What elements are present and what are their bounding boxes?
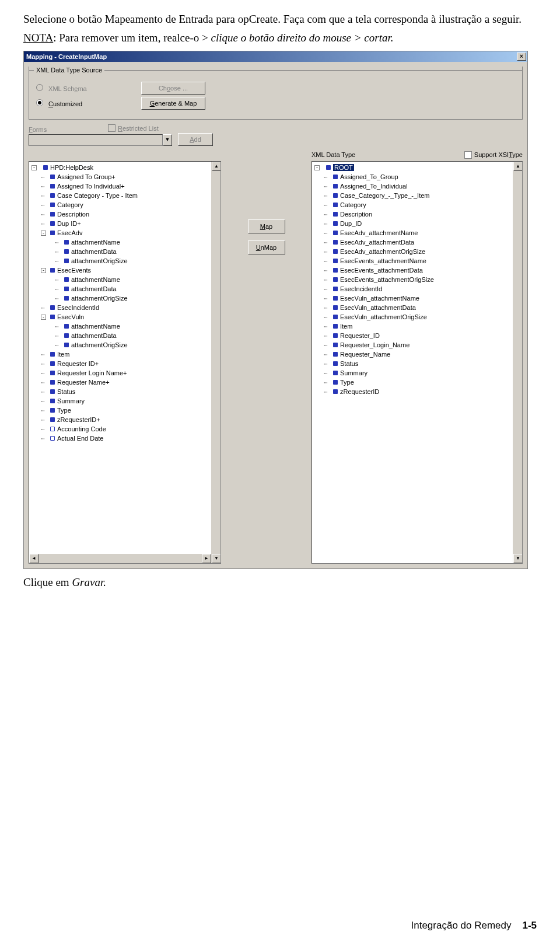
support-xsitype-checkbox[interactable]: [464, 151, 472, 159]
tree-node[interactable]: ⋯Requester_Name: [312, 350, 522, 359]
tree-node[interactable]: ⋯attachmentOrigSize: [29, 256, 220, 266]
tree-node[interactable]: ⋯EsecIncidentId: [312, 284, 522, 294]
tree-node[interactable]: ⋯attachmentName: [29, 238, 220, 247]
tree-node[interactable]: ⋯Case_Category_-_Type_-_Item: [312, 191, 522, 200]
choose-button: Choose ...: [141, 82, 205, 95]
scroll-right-icon[interactable]: ►: [202, 554, 211, 563]
support-xsitype-label: Support XSIType: [474, 151, 523, 158]
tree-node[interactable]: ⋯attachmentName: [29, 275, 220, 284]
tree-node[interactable]: ⋯Dup_ID: [312, 219, 522, 228]
tree-node[interactable]: ⋯attachmentOrigSize: [29, 294, 220, 303]
add-button: Add: [178, 133, 213, 146]
forms-dropdown-button: ▼: [163, 134, 172, 146]
tree-node[interactable]: ⋯Type: [312, 378, 522, 387]
note-text: : Para remover um item, realce-o >: [53, 32, 211, 44]
xml-tree[interactable]: -ROOT⋯Assigned_To_Group⋯Assigned_To_Indi…: [312, 161, 523, 564]
restricted-label: Restricted List: [118, 125, 159, 132]
instruction-text: Selecione o botão Mapeamento de Entrada …: [23, 12, 537, 27]
tree-node[interactable]: ⋯EsecVuln_attachmentData: [312, 303, 522, 312]
tree-node[interactable]: ⋯zRequesterID: [312, 387, 522, 396]
tree-node[interactable]: ⋯EsecEvents_attachmentData: [312, 266, 522, 275]
tree-node[interactable]: ⋯Case Category - Type - Item: [29, 191, 220, 200]
tree-node[interactable]: ⋯attachmentData: [29, 284, 220, 294]
scroll-up-icon[interactable]: ▲: [513, 162, 523, 171]
scroll-down-icon[interactable]: ▼: [212, 554, 221, 563]
tree-node[interactable]: -EsecVuln: [29, 312, 220, 322]
tree-node[interactable]: ⋯Summary: [29, 396, 220, 406]
tree-node[interactable]: ⋯Status: [312, 359, 522, 368]
note-label: NOTA: [23, 32, 53, 44]
mapping-buttons: Map UnMap: [221, 149, 312, 564]
tree-node[interactable]: ⋯zRequesterID+: [29, 415, 220, 424]
footer-page: 1-5: [522, 920, 537, 931]
forms-tree[interactable]: -HPD:HelpDesk⋯Assigned To Group+⋯Assigne…: [29, 161, 221, 564]
tree-node[interactable]: ⋯Dup ID+: [29, 219, 220, 228]
tree-node[interactable]: ⋯EsecEvents_attachmentOrigSize: [312, 275, 522, 284]
radio-xml-schema-label: XML Schema: [48, 85, 87, 92]
tree-node[interactable]: ⋯EsecAdv_attachmentOrigSize: [312, 247, 522, 256]
forms-row: Forms Restricted List: [29, 124, 523, 133]
page-footer: Integração do Remedy 1-5: [411, 920, 537, 931]
tree-node[interactable]: ⋯attachmentData: [29, 247, 220, 256]
tree-node[interactable]: -ROOT: [312, 163, 522, 172]
tree-node[interactable]: ⋯EsecEvents_attachmentName: [312, 256, 522, 266]
note-action: clique o botão direito do mouse > cortar…: [211, 32, 394, 44]
radio-customized-label: Customized: [48, 100, 82, 107]
footer-section: Integração do Remedy: [411, 920, 512, 931]
tree-node[interactable]: ⋯attachmentData: [29, 331, 220, 340]
scrollbar-horizontal[interactable]: ◄ ►: [29, 554, 211, 563]
tree-node[interactable]: ⋯Item: [312, 322, 522, 331]
map-button[interactable]: Map: [248, 219, 285, 233]
generate-map-button[interactable]: Generate & Map: [141, 97, 205, 110]
scrollbar-vertical[interactable]: ▲ ▼: [211, 162, 220, 563]
tree-node[interactable]: ⋯Category: [312, 200, 522, 210]
group-label: XML Data Type Source: [34, 67, 104, 74]
xml-data-type-label: XML Data Type: [312, 151, 355, 158]
tree-node[interactable]: ⋯Category: [29, 200, 220, 210]
tree-node[interactable]: ⋯Item: [29, 350, 220, 359]
tree-node[interactable]: ⋯EsecIncidentId: [29, 303, 220, 312]
tree-node[interactable]: ⋯EsecAdv_attachmentData: [312, 238, 522, 247]
tree-node[interactable]: ⋯Assigned_To_Individual: [312, 182, 522, 191]
tree-node[interactable]: -HPD:HelpDesk: [29, 163, 220, 172]
unmap-button[interactable]: UnMap: [248, 240, 285, 254]
tree-node[interactable]: ⋯Requester ID+: [29, 359, 220, 368]
tree-node[interactable]: ⋯Requester_ID: [312, 331, 522, 340]
tree-node[interactable]: ⋯Accounting Code: [29, 424, 220, 434]
scroll-left-icon[interactable]: ◄: [29, 554, 38, 563]
tree-node[interactable]: ⋯Requester_Login_Name: [312, 340, 522, 350]
forms-label: Forms: [29, 126, 104, 133]
tree-node[interactable]: ⋯Description: [312, 210, 522, 219]
scroll-down-icon[interactable]: ▼: [513, 554, 523, 563]
click-save-text: Clique em Gravar.: [23, 576, 537, 589]
dialog-title: Mapping - CreateInputMap: [26, 53, 517, 60]
tree-node[interactable]: ⋯Type: [29, 406, 220, 415]
note-line: NOTA: Para remover um item, realce-o > c…: [23, 30, 537, 46]
tree-node[interactable]: ⋯EsecAdv_attachmentName: [312, 228, 522, 238]
tree-node[interactable]: -EsecAdv: [29, 228, 220, 238]
restricted-checkbox: [108, 124, 116, 132]
tree-node[interactable]: ⋯EsecVuln_attachmentName: [312, 294, 522, 303]
tree-node[interactable]: ⋯Status: [29, 387, 220, 396]
forms-input: [29, 134, 163, 146]
tree-node[interactable]: ⋯Assigned To Group+: [29, 172, 220, 182]
radio-customized[interactable]: [36, 99, 43, 106]
xml-source-group: XML Data Type Source XML Schema Choose .…: [29, 67, 523, 120]
tree-node[interactable]: ⋯Summary: [312, 368, 522, 378]
close-icon[interactable]: ×: [517, 53, 526, 61]
titlebar[interactable]: Mapping - CreateInputMap ×: [24, 51, 527, 62]
tree-node[interactable]: ⋯Actual End Date: [29, 434, 220, 443]
tree-node[interactable]: ⋯Description: [29, 210, 220, 219]
tree-node[interactable]: ⋯attachmentOrigSize: [29, 340, 220, 350]
scrollbar-vertical[interactable]: ▲ ▼: [513, 162, 522, 563]
tree-node[interactable]: ⋯Requester Name+: [29, 378, 220, 387]
mapping-dialog: Mapping - CreateInputMap × XML Data Type…: [23, 51, 528, 569]
tree-node[interactable]: ⋯Assigned To Individual+: [29, 182, 220, 191]
tree-node[interactable]: ⋯EsecVuln_attachmentOrigSize: [312, 312, 522, 322]
tree-node[interactable]: -EsecEvents: [29, 266, 220, 275]
scroll-up-icon[interactable]: ▲: [212, 162, 221, 171]
tree-node[interactable]: ⋯Assigned_To_Group: [312, 172, 522, 182]
tree-node[interactable]: ⋯Requester Login Name+: [29, 368, 220, 378]
radio-xml-schema: [36, 84, 43, 91]
tree-node[interactable]: ⋯attachmentName: [29, 322, 220, 331]
